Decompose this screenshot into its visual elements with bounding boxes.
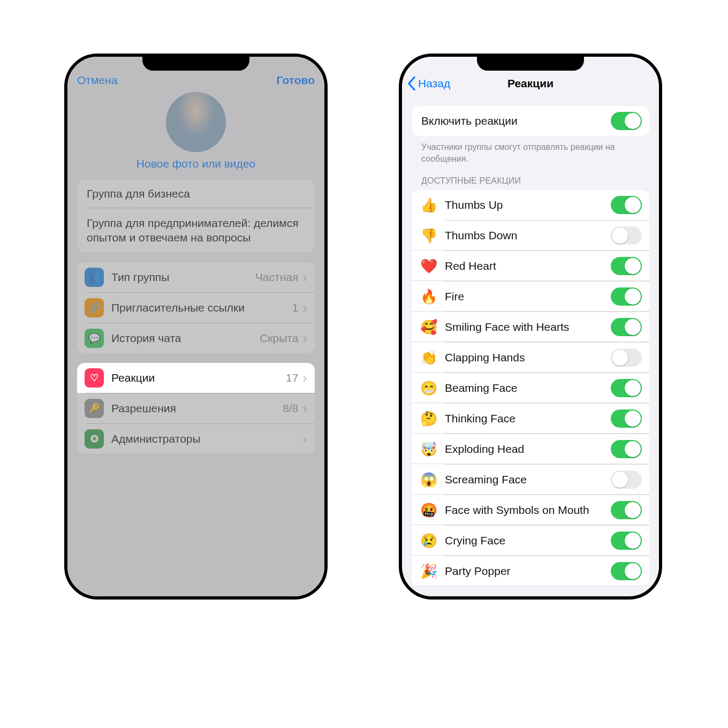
reaction-toggle[interactable] [611,318,642,336]
reaction-emoji-icon: 😁 [420,380,437,397]
group-name-card: Группа для бизнеса Группа для предприним… [77,180,315,253]
enable-reactions-toggle[interactable] [611,112,642,130]
reaction-toggle[interactable] [611,348,642,367]
reaction-row[interactable]: 🤯Exploding Head [412,434,649,464]
group-type-icon: 👥 [85,268,104,287]
reaction-label: Clapping Hands [445,351,611,364]
reaction-emoji-icon: 🔥 [420,289,437,305]
enable-reactions-footer: Участники группы смогут отправлять реакц… [412,136,649,164]
reaction-emoji-icon: 👏 [420,350,437,366]
reaction-emoji-icon: ❤️ [420,258,437,275]
reaction-label: Crying Face [445,534,611,547]
reaction-row[interactable]: 🔥Fire [412,282,649,312]
reaction-row[interactable]: 🎉Party Popper [412,556,649,586]
group-type-row[interactable]: 👥 Тип группы Частная › [77,262,315,292]
enable-reactions-card: Включить реакции [412,106,649,136]
cancel-button[interactable]: Отмена [77,74,117,87]
permissions-row[interactable]: 🔑 Разрешения 8/8 › [77,393,315,423]
shield-icon: ✪ [85,429,104,449]
chevron-right-icon: › [302,331,307,345]
reaction-label: Thumbs Up [445,199,611,211]
invite-links-row[interactable]: 🔗 Пригласительные ссылки 1 › [77,293,315,323]
phone-group-settings: Отмена Готово Новое фото или видео Групп… [64,54,328,600]
link-icon: 🔗 [85,298,104,317]
done-button[interactable]: Готово [277,74,315,87]
reaction-label: Screaming Face [445,473,611,486]
chevron-right-icon: › [302,401,307,415]
settings-card-2: ♡ Реакции 17 › 🔑 Разрешения 8/8 › ✪ [77,363,315,454]
key-icon: 🔑 [85,399,104,418]
chevron-right-icon: › [302,371,307,385]
reaction-label: Thumbs Down [445,229,611,242]
reaction-toggle[interactable] [611,379,642,397]
reaction-label: Party Popper [445,565,611,578]
reaction-toggle[interactable] [611,440,642,458]
reaction-toggle[interactable] [611,257,642,275]
reaction-label: Face with Symbols on Mouth [445,504,611,517]
chat-history-row[interactable]: 💬 История чата Скрыта › [77,323,315,353]
group-description-input[interactable]: Группа для предпринимателей: делимся опы… [77,208,315,253]
reaction-label: Fire [445,290,611,303]
chevron-right-icon: › [302,432,307,446]
enable-reactions-row[interactable]: Включить реакции [412,106,649,136]
reaction-toggle[interactable] [611,226,642,245]
chevron-right-icon: › [302,301,307,315]
reactions-row[interactable]: ♡ Реакции 17 › [77,363,315,393]
heart-icon: ♡ [85,368,104,388]
reaction-emoji-icon: 👍 [420,197,437,214]
administrators-row[interactable]: ✪ Администраторы › [77,424,315,454]
reaction-row[interactable]: 🤔Thinking Face [412,404,649,434]
reaction-row[interactable]: 🤬Face with Symbols on Mouth [412,495,649,525]
reaction-label: Smiling Face with Hearts [445,321,611,333]
reaction-toggle[interactable] [611,410,642,428]
page-title: Реакции [402,77,659,90]
reaction-label: Red Heart [445,260,611,272]
new-photo-video-button[interactable]: Новое фото или видео [77,157,315,170]
reaction-label: Thinking Face [445,412,611,425]
phone-reactions-settings: Назад Реакции Включить реакции Участники… [399,54,662,600]
reaction-row[interactable]: 😁Beaming Face [412,373,649,403]
reaction-label: Beaming Face [445,382,611,395]
reaction-toggle[interactable] [611,471,642,489]
reaction-emoji-icon: 🎉 [420,563,437,580]
reaction-row[interactable]: ❤️Red Heart [412,251,649,281]
reaction-emoji-icon: 😢 [420,533,437,549]
reaction-row[interactable]: 😱Screaming Face [412,465,649,495]
group-name-input[interactable]: Группа для бизнеса [77,180,315,208]
reaction-row[interactable]: 🥰Smiling Face with Hearts [412,312,649,342]
reaction-row[interactable]: 😢Crying Face [412,526,649,556]
available-reactions-header: ДОСТУПНЫЕ РЕАКЦИИ [412,164,649,190]
reaction-toggle[interactable] [611,562,642,580]
group-avatar[interactable] [166,92,226,152]
reaction-toggle[interactable] [611,287,642,306]
reaction-emoji-icon: 🤯 [420,441,437,458]
reaction-row[interactable]: 👎Thumbs Down [412,221,649,251]
reaction-row[interactable]: 👏Clapping Hands [412,343,649,373]
reaction-emoji-icon: 👎 [420,228,437,244]
reaction-label: Exploding Head [445,443,611,456]
reaction-row[interactable]: 👍Thumbs Up [412,190,649,220]
reaction-emoji-icon: 🥰 [420,319,437,336]
reaction-toggle[interactable] [611,532,642,550]
reactions-list-card: 👍Thumbs Up👎Thumbs Down❤️Red Heart🔥Fire🥰S… [412,190,649,586]
settings-card-1: 👥 Тип группы Частная › 🔗 Пригласительные… [77,262,315,353]
reaction-emoji-icon: 😱 [420,472,437,488]
reaction-toggle[interactable] [611,196,642,214]
chat-icon: 💬 [85,329,104,348]
reaction-toggle[interactable] [611,501,642,519]
chevron-right-icon: › [302,270,307,284]
reaction-emoji-icon: 🤔 [420,411,437,427]
reaction-emoji-icon: 🤬 [420,502,437,519]
